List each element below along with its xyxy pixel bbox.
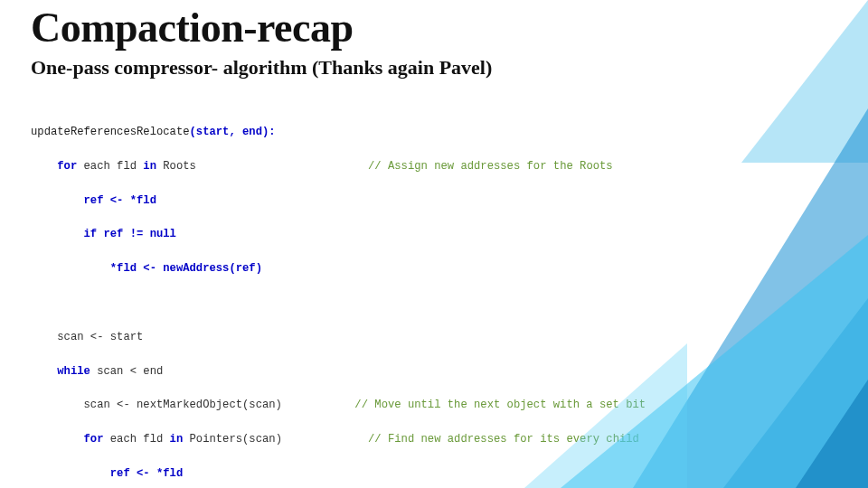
code-line: scan <- nextMarkedObject(scan) // Move u… [31,397,814,414]
slide: Compaction-recap One-pass compressor- al… [0,0,868,488]
code-line [31,295,814,312]
slide-subtitle: One-pass compressor- algorithm (Thanks a… [31,56,492,80]
code-line: scan <- start [31,329,814,346]
code-line: *fld <- newAddress(ref) [31,260,814,277]
code-line: while scan < end [31,363,814,380]
code-line: updateReferencesRelocate(start, end): [31,124,814,141]
code-line: ref <- *fld [31,465,814,483]
code-line: for each fld in Pointers(scan) // Find n… [31,431,814,448]
code-line: for each fld in Roots // Assign new addr… [31,158,814,175]
code-line: ref <- *fld [31,192,814,210]
slide-title: Compaction-recap [31,4,354,52]
code-line: if ref != null [31,226,814,243]
code-block: updateReferencesRelocate(start, end): fo… [31,107,814,488]
